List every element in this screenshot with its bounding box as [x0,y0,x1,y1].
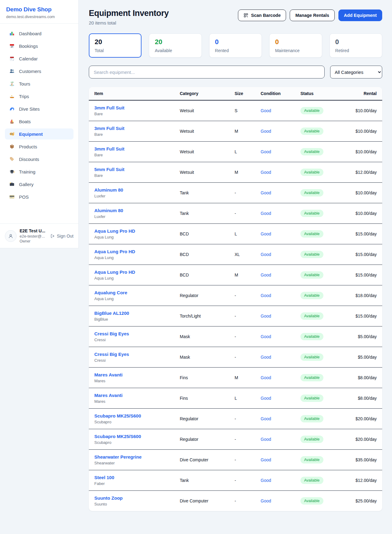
item-condition-link[interactable]: Good [261,347,300,368]
item-rental: $15.00/day [349,224,382,244]
item-condition-link[interactable]: Good [261,224,300,244]
item-name-link[interactable]: Suunto Zoop [94,495,177,501]
item-category: Regulator [180,285,235,306]
item-condition-link[interactable]: Good [261,388,300,409]
sidebar-item-trips[interactable]: Trips [5,91,74,102]
item-condition-link[interactable]: Good [261,285,300,306]
item-condition-link[interactable]: Good [261,409,300,429]
status-cell: Available [300,121,349,142]
item-name-link[interactable]: 3mm Full Suit [94,126,177,131]
user-section: E2E Test U... e2e-tester@... Owner Sign … [0,223,78,248]
item-category: Dive Computer [180,491,235,511]
item-name-link[interactable]: Mares Avanti [94,372,177,377]
item-condition-link[interactable]: Good [261,244,300,265]
item-condition-link[interactable]: Good [261,368,300,388]
item-size: - [235,347,261,368]
item-brand: Cressi [94,338,177,342]
brand-title: Demo Dive Shop [6,6,72,13]
item-rental: $20.00/day [349,409,382,429]
item-condition-link[interactable]: Good [261,183,300,203]
item-category: Tank [180,470,235,491]
stat-card-available[interactable]: 20 Available [149,33,202,58]
search-input[interactable] [89,66,325,78]
status-cell: Available [300,203,349,224]
sidebar-item-products[interactable]: Products [5,141,74,152]
sidebar-item-calendar[interactable]: Calendar [5,53,74,64]
sign-out-button[interactable]: Sign Out [50,234,74,238]
column-header-status: Status [300,87,349,100]
item-size: - [235,203,261,224]
item-cell: Scubapro MK25/S600 Scubapro [89,409,180,429]
sidebar-item-label: Calendar [19,56,38,61]
item-name-link[interactable]: Mares Avanti [94,393,177,398]
item-category: BCD [180,244,235,265]
item-size: L [235,388,261,409]
stat-card-rented[interactable]: 0 Rented [209,33,262,58]
avatar [5,230,17,242]
item-name-link[interactable]: Aqua Lung Pro HD [94,249,177,254]
sidebar-item-tours[interactable]: Tours [5,78,74,89]
item-name-link[interactable]: Aqua Lung Pro HD [94,228,177,234]
table-row: Aqua Lung Pro HD Aqua Lung BCD M Good Av… [89,265,382,285]
sidebar-item-discounts[interactable]: Discounts [5,154,74,165]
item-size: L [235,224,261,244]
table-row: Shearwater Peregrine Shearwater Dive Com… [89,450,382,470]
item-condition-link[interactable]: Good [261,142,300,162]
item-condition-link[interactable]: Good [261,203,300,224]
sidebar-item-equipment[interactable]: Equipment [5,128,74,139]
item-condition-link[interactable]: Good [261,306,300,326]
status-cell: Available [300,470,349,491]
item-condition-link[interactable]: Good [261,162,300,183]
sidebar-item-pos[interactable]: POS [5,191,74,202]
item-name-link[interactable]: Aluminum 80 [94,187,177,193]
item-name-link[interactable]: 3mm Full Suit [94,146,177,151]
item-name-link[interactable]: Cressi Big Eyes [94,352,177,357]
status-badge: Available [300,497,323,505]
sidebar-item-dive-sites[interactable]: Dive Sites [5,103,74,114]
status-cell: Available [300,368,349,388]
item-name-link[interactable]: Steel 100 [94,475,177,480]
table-row: Aluminum 80 Luxfer Tank - Good Available… [89,183,382,203]
item-condition-link[interactable]: Good [261,429,300,450]
logout-icon [50,234,55,238]
item-name-link[interactable]: 5mm Full Suit [94,167,177,172]
add-equipment-button[interactable]: Add Equipment [338,10,382,21]
item-name-link[interactable]: Aqua Lung Pro HD [94,269,177,275]
item-condition-link[interactable]: Good [261,326,300,347]
item-name-link[interactable]: Scubapro MK25/S600 [94,413,177,418]
status-badge: Available [300,353,323,361]
sidebar-item-training[interactable]: Training [5,166,74,177]
item-name-link[interactable]: Cressi Big Eyes [94,331,177,336]
scan-barcode-button[interactable]: Scan Barcode [238,10,286,21]
item-condition-link[interactable]: Good [261,450,300,470]
item-condition-link[interactable]: Good [261,470,300,491]
item-condition-link[interactable]: Good [261,265,300,285]
item-name-link[interactable]: BigBlue AL1200 [94,311,177,316]
sidebar-item-customers[interactable]: Customers [5,66,74,77]
item-condition-link[interactable]: Good [261,100,300,121]
sidebar-item-bookings[interactable]: Bookings [5,40,74,51]
item-condition-link[interactable]: Good [261,121,300,142]
sidebar-item-dashboard[interactable]: Dashboard [5,28,74,39]
item-name-link[interactable]: Aluminum 80 [94,208,177,213]
filter-row: All Categories [89,66,382,78]
sailboat-icon [9,119,15,124]
item-condition-link[interactable]: Good [261,491,300,511]
sidebar-item-label: Products [19,144,37,149]
item-name-link[interactable]: Aqualung Core [94,290,177,295]
item-brand: Aqua Lung [94,296,177,301]
category-select[interactable]: All Categories [330,66,382,78]
sidebar-item-gallery[interactable]: Gallery [5,179,74,190]
stat-card-total[interactable]: 20 Total [89,33,141,58]
status-cell: Available [300,244,349,265]
stat-card-retired[interactable]: 0 Retired [330,33,382,58]
item-name-link[interactable]: Scubapro MK25/S600 [94,434,177,439]
stat-card-maintenance[interactable]: 0 Maintenance [269,33,322,58]
item-name-link[interactable]: 3mm Full Suit [94,105,177,110]
item-size: - [235,326,261,347]
item-category: Wetsuit [180,121,235,142]
table-row: Steel 100 Faber Tank - Good Available $1… [89,470,382,491]
item-name-link[interactable]: Shearwater Peregrine [94,454,177,460]
sidebar-item-boats[interactable]: Boats [5,116,74,127]
manage-rentals-button[interactable]: Manage Rentals [290,10,334,21]
